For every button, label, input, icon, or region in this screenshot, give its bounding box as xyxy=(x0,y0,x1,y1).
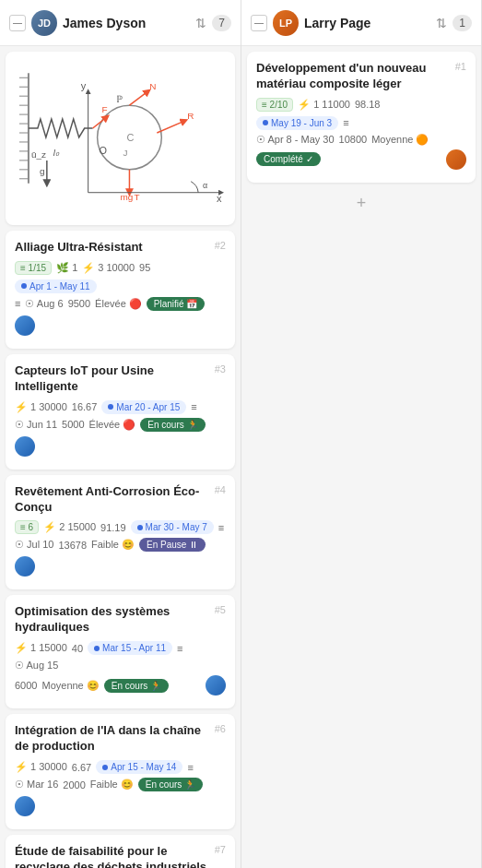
svg-text:y: y xyxy=(81,80,87,91)
svg-text:x: x xyxy=(217,192,222,203)
collapse-button-left[interactable]: — xyxy=(9,15,26,31)
alliage-date: Apr 1 - May 11 xyxy=(15,279,97,293)
ia-date: Apr 15 - May 14 xyxy=(96,760,182,774)
column-larry-page: — LP Larry Page ⇅ 1 Développement d'un n… xyxy=(241,0,482,868)
svg-text:ū_z: ū_z xyxy=(31,149,46,159)
svg-text:l₀: l₀ xyxy=(53,147,60,157)
card-alliage-number: #2 xyxy=(215,240,226,251)
card-alliage-title: Alliage Ultra-Résistant xyxy=(15,240,209,256)
alliage-progress: ≡ 1/15 xyxy=(15,261,52,275)
card-capteurs-title: Capteurs IoT pour Usine Intelligente xyxy=(15,363,209,395)
optim-status: En cours 🏃 xyxy=(104,679,169,693)
card-revetement-meta2: ☉ Jul 10 13678 Faible 😊 En Pause ⏸ xyxy=(15,538,226,577)
card-capteurs-meta2: ☉ Jun 11 5000 Élevée 🔴 En cours 🏃 xyxy=(15,418,226,457)
card-alliage-header: Alliage Ultra-Résistant #2 xyxy=(15,240,226,256)
card-ia-header: Intégration de l'IA dans la chaîne de pr… xyxy=(15,723,226,755)
card-etude-number: #7 xyxy=(215,844,226,855)
count-badge-right: 1 xyxy=(453,15,472,31)
card-dev-header: Développement d'un nouveau matériau comp… xyxy=(256,61,466,92)
svg-text:O: O xyxy=(100,144,108,155)
avatar-james-dyson: JD xyxy=(31,10,57,36)
card-dev-status-row: Complété ✓ xyxy=(256,149,466,170)
card-etude-title: Étude de faisabilité pour le recyclage d… xyxy=(15,844,209,868)
card-physics: C J F N R mg xyxy=(6,52,235,225)
card-dev-number: #1 xyxy=(455,61,466,72)
capteurs-avatar xyxy=(15,436,35,457)
card-capteurs: Capteurs IoT pour Usine Intelligente #3 … xyxy=(6,354,235,470)
revetement-status: En Pause ⏸ xyxy=(139,538,206,552)
card-optim-number: #5 xyxy=(215,604,226,615)
column-name-left: James Dyson xyxy=(63,16,190,30)
svg-text:J: J xyxy=(123,147,127,157)
card-alliage-meta1: ≡ 1/15 🌿 1 ⚡ 3 10000 95 Apr 1 - May 11 xyxy=(15,261,226,293)
dev-status: Complété ✓ xyxy=(256,152,321,166)
svg-text:g: g xyxy=(40,165,45,175)
card-revetement-title: Revêtement Anti-Corrosion Éco-Conçu xyxy=(15,484,209,516)
physics-diagram: C J F N R mg xyxy=(15,61,226,208)
card-optim: Optimisation des systèmes hydrauliques #… xyxy=(6,595,235,708)
revetement-date: Mar 30 - May 7 xyxy=(131,520,214,534)
sort-icon-left[interactable]: ⇅ xyxy=(195,16,206,30)
card-capteurs-header: Capteurs IoT pour Usine Intelligente #3 xyxy=(15,363,226,395)
add-card-button-right[interactable]: + xyxy=(247,188,476,219)
card-revetement-number: #4 xyxy=(215,484,226,495)
alliage-status: Planifié 📅 xyxy=(147,297,206,311)
card-etude: Étude de faisabilité pour le recyclage d… xyxy=(6,835,235,868)
card-capteurs-meta1: ⚡ 1 30000 16.67 Mar 20 - Apr 15 ≡ xyxy=(15,400,226,414)
count-badge-left: 7 xyxy=(212,15,231,31)
card-ia-number: #6 xyxy=(215,723,226,734)
card-optim-title: Optimisation des systèmes hydrauliques xyxy=(15,604,209,636)
column-header-left: — JD James Dyson ⇅ 7 xyxy=(0,0,241,46)
svg-text:ℙ: ℙ xyxy=(116,94,123,104)
optim-avatar xyxy=(206,675,226,696)
card-optim-meta1: ⚡ 1 15000 40 Mar 15 - Apr 11 ≡ ☉ Aug 15 xyxy=(15,641,226,672)
svg-text:R: R xyxy=(187,111,194,121)
optim-date: Mar 15 - Apr 11 xyxy=(88,641,172,655)
ia-avatar xyxy=(15,796,35,816)
card-revetement: Revêtement Anti-Corrosion Éco-Conçu #4 ≡… xyxy=(6,475,235,590)
collapse-button-right[interactable]: — xyxy=(251,15,267,31)
svg-text:mg: mg xyxy=(121,191,134,201)
column-james-dyson: — JD James Dyson ⇅ 7 xyxy=(0,0,241,868)
avatar-larry-page: LP xyxy=(273,10,299,36)
svg-text:N: N xyxy=(149,81,156,91)
card-dev-meta2: ☉ Apr 8 - May 30 10800 Moyenne 🟠 xyxy=(256,134,466,146)
card-alliage-meta2: ≡ ☉ Aug 6 9500 Élevée 🔴 Planifié 📅 xyxy=(15,297,226,336)
ia-status: En cours 🏃 xyxy=(138,778,203,791)
card-capteurs-number: #3 xyxy=(215,363,226,375)
card-dev-title: Développement d'un nouveau matériau comp… xyxy=(256,61,450,92)
capteurs-date: Mar 20 - Apr 15 xyxy=(101,400,186,414)
alliage-avatar xyxy=(15,315,35,336)
card-ia-meta2: ☉ Mar 16 2000 Faible 😊 En cours 🏃 xyxy=(15,778,226,816)
dev-date: May 19 - Jun 3 xyxy=(256,116,338,130)
card-developpement: Développement d'un nouveau matériau comp… xyxy=(247,52,476,183)
card-revetement-header: Revêtement Anti-Corrosion Éco-Conçu #4 xyxy=(15,484,226,516)
sort-icon-right[interactable]: ⇅ xyxy=(436,16,447,30)
revetement-avatar xyxy=(15,556,35,577)
column-name-right: Larry Page xyxy=(304,16,430,30)
capteurs-status: En cours 🏃 xyxy=(140,418,205,432)
card-optim-meta2: 6000 Moyenne 😊 En cours 🏃 xyxy=(15,675,226,696)
column-header-right: — LP Larry Page ⇅ 1 xyxy=(241,0,481,46)
dev-avatar xyxy=(446,149,466,170)
card-ia-meta1: ⚡ 1 30000 6.67 Apr 15 - May 14 ≡ xyxy=(15,760,226,774)
card-optim-header: Optimisation des systèmes hydrauliques #… xyxy=(15,604,226,636)
cards-container-right: Développement d'un nouveau matériau comp… xyxy=(241,46,481,868)
svg-text:F: F xyxy=(102,104,108,114)
card-ia-title: Intégration de l'IA dans la chaîne de pr… xyxy=(15,723,209,755)
svg-text:C: C xyxy=(126,131,134,142)
card-etude-header: Étude de faisabilité pour le recyclage d… xyxy=(15,844,226,868)
revetement-progress: ≡ 6 xyxy=(15,520,39,534)
cards-container-left: C J F N R mg xyxy=(0,46,241,868)
card-revetement-meta1: ≡ 6 ⚡ 2 15000 91.19 Mar 30 - May 7 ≡ xyxy=(15,520,226,534)
card-alliage: Alliage Ultra-Résistant #2 ≡ 1/15 🌿 1 ⚡ … xyxy=(6,231,235,349)
svg-text:α: α xyxy=(203,180,207,189)
svg-text:T: T xyxy=(134,191,139,201)
card-ia: Intégration de l'IA dans la chaîne de pr… xyxy=(6,714,235,829)
card-dev-meta1: ≡ 2/10 ⚡ 1 11000 98.18 May 19 - Jun 3 ≡ xyxy=(256,98,466,130)
dev-progress: ≡ 2/10 xyxy=(256,98,293,112)
